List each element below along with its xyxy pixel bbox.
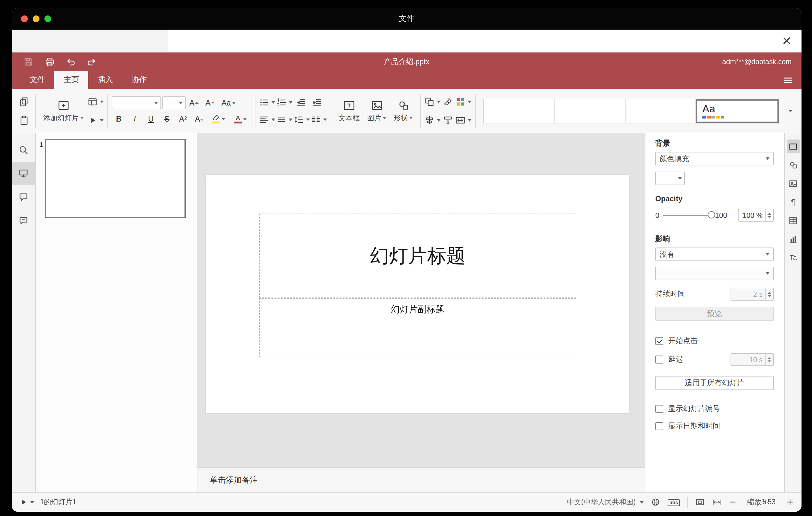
slide-canvas[interactable]: 幻灯片标题 幻灯片副标题: [206, 175, 629, 413]
horizontal-align-button[interactable]: [259, 112, 275, 127]
comments-panel-button[interactable]: [12, 185, 35, 209]
preview-button[interactable]: 预览: [655, 307, 774, 321]
slide-subtitle-placeholder[interactable]: 幻灯片副标题: [259, 298, 576, 357]
change-case-button[interactable]: Aa: [219, 96, 238, 110]
language-select[interactable]: 中文(中华人民共和国): [567, 497, 643, 507]
bullet-list-button[interactable]: [259, 95, 275, 110]
highlight-color-button[interactable]: [208, 112, 229, 125]
strikeout-button[interactable]: S: [160, 112, 174, 125]
slide-size-button[interactable]: [455, 113, 471, 127]
underline-button[interactable]: U: [143, 112, 158, 125]
align-shapes-button[interactable]: [425, 113, 440, 127]
textart-settings-button[interactable]: Ta: [786, 251, 800, 264]
slide-thumbnail-1[interactable]: [45, 139, 186, 218]
insert-image-button[interactable]: 图片: [364, 98, 390, 124]
columns-button[interactable]: [311, 112, 327, 127]
print-button[interactable]: [44, 56, 55, 67]
zoom-in-button[interactable]: [786, 498, 794, 506]
color-scheme-button[interactable]: [455, 94, 471, 109]
copy-style-button[interactable]: [440, 113, 455, 127]
insert-textbox-button[interactable]: 文本框: [335, 98, 364, 124]
search-button[interactable]: [12, 138, 35, 162]
numbered-list-button[interactable]: [276, 95, 292, 110]
delay-spinner[interactable]: [765, 354, 773, 365]
add-slide-button[interactable]: 添加幻灯片: [39, 98, 87, 124]
increase-indent-button[interactable]: [310, 95, 324, 110]
tab-insert[interactable]: 插入: [88, 71, 122, 89]
decrease-font-button[interactable]: A: [203, 96, 218, 110]
effect-select[interactable]: 没有: [655, 248, 774, 261]
duration-spinner[interactable]: [765, 288, 773, 300]
subscript-button[interactable]: A₂: [192, 112, 206, 125]
opacity-slider[interactable]: [663, 214, 711, 216]
add-slide-label: 添加幻灯片: [43, 113, 79, 122]
redo-button[interactable]: [86, 56, 97, 67]
chat-icon: [19, 216, 28, 225]
effect-variant-select[interactable]: [655, 267, 774, 280]
copy-button[interactable]: [17, 94, 31, 109]
delay-checkbox[interactable]: [655, 355, 663, 364]
insert-shape-button[interactable]: 形状: [390, 98, 416, 124]
paste-button[interactable]: [17, 113, 31, 127]
chart-settings-button[interactable]: [786, 232, 800, 246]
document-language-button[interactable]: [651, 497, 660, 507]
undo-button[interactable]: [65, 56, 76, 67]
font-name-select[interactable]: [111, 96, 161, 109]
hamburger-menu-button[interactable]: [783, 71, 793, 89]
arrange-shapes-button[interactable]: [425, 94, 440, 109]
font-size-select[interactable]: [162, 96, 185, 109]
theme-gallery-expand-button[interactable]: [783, 98, 796, 123]
tab-home[interactable]: 主页: [54, 71, 88, 89]
chevron-down-icon: [323, 118, 327, 121]
start-slideshow-button[interactable]: [87, 113, 103, 127]
paragraph-settings-button[interactable]: ¶: [786, 195, 800, 209]
start-slideshow-status-button[interactable]: [19, 496, 34, 508]
chevron-down-icon: [288, 101, 292, 104]
show-slide-number-checkbox[interactable]: [655, 405, 663, 413]
spellcheck-button[interactable]: abc: [668, 498, 680, 506]
start-on-click-checkbox[interactable]: [655, 337, 663, 345]
chevron-down-icon: [80, 117, 84, 119]
table-settings-button[interactable]: [786, 213, 800, 227]
line-spacing-button[interactable]: [293, 112, 310, 127]
delay-input[interactable]: 10 s: [730, 353, 774, 366]
theme-option-3[interactable]: [625, 99, 696, 122]
shape-settings-button[interactable]: [786, 158, 800, 172]
increase-font-button[interactable]: A: [187, 96, 201, 110]
bold-button[interactable]: B: [111, 112, 126, 125]
fit-width-button[interactable]: [712, 497, 721, 507]
align-left-icon: [259, 114, 269, 124]
theme-option-2[interactable]: [555, 99, 626, 122]
slide-layout-button[interactable]: [87, 94, 103, 109]
clear-style-button[interactable]: [440, 94, 455, 109]
theme-option-1[interactable]: [484, 99, 555, 122]
save-button[interactable]: [23, 56, 34, 67]
superscript-button[interactable]: A²: [176, 112, 190, 125]
document-title: 产品介绍.pptx: [12, 56, 802, 67]
opacity-spinner[interactable]: [765, 209, 773, 221]
chat-panel-button[interactable]: [12, 209, 35, 232]
italic-button[interactable]: I: [127, 112, 142, 125]
zoom-out-button[interactable]: [729, 498, 737, 506]
slide-settings-button[interactable]: [786, 140, 800, 153]
copy-icon: [19, 96, 29, 107]
show-date-time-checkbox[interactable]: [655, 422, 663, 430]
slide-title-placeholder[interactable]: 幻灯片标题: [259, 213, 576, 298]
font-color-button[interactable]: A: [230, 112, 251, 125]
fill-color-picker[interactable]: [655, 172, 685, 185]
tab-collaboration[interactable]: 协作: [122, 71, 156, 89]
opacity-slider-knob[interactable]: [707, 211, 715, 219]
close-dialog-button[interactable]: [781, 34, 793, 47]
vertical-align-button[interactable]: [276, 112, 292, 127]
apply-to-all-button[interactable]: 适用于所有幻灯片: [655, 376, 774, 390]
notes-area[interactable]: 单击添加备注: [198, 467, 645, 492]
duration-input[interactable]: 2 s: [730, 288, 774, 300]
theme-option-selected[interactable]: Aa: [696, 99, 779, 122]
slides-panel-button[interactable]: [12, 162, 35, 185]
fill-type-select[interactable]: 颜色填充: [655, 152, 774, 165]
decrease-indent-button[interactable]: [293, 95, 308, 110]
fit-slide-button[interactable]: [695, 497, 705, 507]
image-settings-button[interactable]: [786, 176, 800, 190]
opacity-input[interactable]: 100 %: [738, 209, 774, 222]
tab-file[interactable]: 文件: [20, 71, 54, 89]
